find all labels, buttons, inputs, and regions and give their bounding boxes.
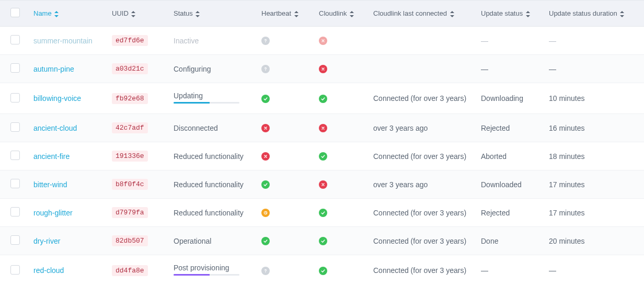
status-cell: Reduced functionality xyxy=(174,209,244,217)
update-status-cell: Aborted xyxy=(477,142,545,170)
status-text: Operational xyxy=(174,237,211,245)
update-status-cell: — xyxy=(477,255,545,286)
table-row: rough-glitterd7979faReduced functionalit… xyxy=(0,199,644,227)
check-icon xyxy=(319,209,327,217)
sort-icon xyxy=(450,11,454,17)
uuid-badge[interactable]: 42c7adf xyxy=(112,122,148,133)
header-heartbeat[interactable]: Heartbeat xyxy=(257,1,315,27)
heartbeat-cell xyxy=(257,142,315,170)
device-name-link[interactable]: ancient-fire xyxy=(33,152,70,161)
update-duration-cell: 17 minutes xyxy=(545,199,644,227)
last-connected-cell: Connected (for over 3 years) xyxy=(369,227,477,255)
status-text: Post provisioning xyxy=(174,264,239,272)
update-status-cell: — xyxy=(477,55,545,83)
x-icon xyxy=(319,65,327,73)
question-icon xyxy=(261,65,270,73)
header-status[interactable]: Status xyxy=(169,1,257,27)
row-checkbox[interactable] xyxy=(10,151,20,160)
uuid-badge[interactable]: a03d21c xyxy=(112,63,148,74)
header-cloudlink-last-label: Cloudlink last connected xyxy=(373,9,447,17)
cloudlink-cell xyxy=(315,55,369,83)
last-connected-cell xyxy=(369,27,477,55)
device-name-link[interactable]: dry-river xyxy=(33,237,60,245)
heartbeat-cell xyxy=(257,114,315,142)
cloudlink-cell xyxy=(315,83,369,114)
status-cell: Reduced functionality xyxy=(174,180,244,189)
heartbeat-cell xyxy=(257,83,315,114)
header-update-duration[interactable]: Update status duration xyxy=(545,1,644,27)
sort-icon xyxy=(620,11,624,17)
heartbeat-cell xyxy=(257,227,315,255)
header-status-label: Status xyxy=(174,9,193,17)
row-checkbox[interactable] xyxy=(10,122,20,132)
row-checkbox[interactable] xyxy=(10,265,20,275)
x-icon xyxy=(261,152,270,161)
x-icon xyxy=(319,124,327,132)
x-icon xyxy=(319,180,327,189)
uuid-badge[interactable]: 82db507 xyxy=(112,235,148,246)
device-name-link[interactable]: rough-glitter xyxy=(33,209,73,217)
header-update-status[interactable]: Update status xyxy=(477,1,545,27)
header-cloudlink[interactable]: Cloudlink xyxy=(315,1,369,27)
x-icon xyxy=(319,37,327,45)
row-checkbox[interactable] xyxy=(10,235,20,245)
uuid-badge[interactable]: 191336e xyxy=(112,151,148,162)
cloudlink-cell xyxy=(315,170,369,199)
row-checkbox[interactable] xyxy=(10,63,20,73)
devices-table: Name UUID Status Heartbeat Cloudlink Clo… xyxy=(0,0,644,285)
header-uuid[interactable]: UUID xyxy=(108,1,169,27)
check-icon xyxy=(319,152,327,161)
device-name-link[interactable]: billowing-voice xyxy=(33,94,81,102)
device-name-link[interactable]: red-cloud xyxy=(33,266,64,275)
heartbeat-cell xyxy=(257,55,315,83)
device-name-link[interactable]: ancient-cloud xyxy=(33,124,77,132)
heartbeat-cell xyxy=(257,255,315,286)
cloudlink-cell xyxy=(315,227,369,255)
select-all-checkbox[interactable] xyxy=(10,8,20,17)
uuid-badge[interactable]: d7979fa xyxy=(112,207,148,218)
header-update-status-label: Update status xyxy=(481,9,523,17)
status-text: Inactive xyxy=(174,37,199,45)
row-checkbox[interactable] xyxy=(10,207,20,216)
svg-point-0 xyxy=(265,42,266,42)
x-icon xyxy=(261,124,270,132)
header-name[interactable]: Name xyxy=(29,1,108,27)
check-icon xyxy=(319,95,327,103)
cloudlink-cell xyxy=(315,27,369,55)
header-checkbox-cell xyxy=(0,1,29,27)
check-icon xyxy=(319,237,327,245)
uuid-badge[interactable]: dd4fa8e xyxy=(112,265,148,276)
question-icon xyxy=(261,267,270,275)
header-update-duration-label: Update status duration xyxy=(549,9,617,17)
update-status-cell: Rejected xyxy=(477,114,545,142)
update-status-cell: Done xyxy=(477,227,545,255)
sort-icon xyxy=(350,11,354,17)
device-name-link[interactable]: bitter-wind xyxy=(33,180,67,189)
table-row: ancient-fire191336eReduced functionality… xyxy=(0,142,644,170)
last-connected-cell: Connected (for over 3 years) xyxy=(369,142,477,170)
row-checkbox[interactable] xyxy=(10,93,20,102)
status-cell: Post provisioning xyxy=(174,264,239,276)
row-checkbox[interactable] xyxy=(10,179,20,188)
uuid-badge[interactable]: ed7fd6e xyxy=(112,35,148,46)
last-connected-cell: Connected (for over 3 years) xyxy=(369,199,477,227)
status-cell: Configuring xyxy=(174,65,211,73)
header-heartbeat-label: Heartbeat xyxy=(261,9,291,17)
status-text: Reduced functionality xyxy=(174,180,244,189)
update-duration-cell: — xyxy=(545,255,644,286)
update-status-cell: Downloaded xyxy=(477,170,545,199)
device-name-link[interactable]: autumn-pine xyxy=(33,65,74,73)
header-name-label: Name xyxy=(33,9,52,17)
sort-icon xyxy=(196,11,200,17)
row-checkbox[interactable] xyxy=(10,35,20,44)
header-cloudlink-last[interactable]: Cloudlink last connected xyxy=(369,1,477,27)
device-name-link[interactable]: summer-mountain xyxy=(33,37,93,45)
status-progress-bar xyxy=(174,274,239,276)
status-text: Reduced functionality xyxy=(174,209,244,217)
heartbeat-cell xyxy=(257,27,315,55)
check-icon xyxy=(319,267,327,275)
sort-icon xyxy=(294,11,298,17)
uuid-badge[interactable]: fb92e68 xyxy=(112,93,148,104)
header-uuid-label: UUID xyxy=(112,9,129,17)
uuid-badge[interactable]: b8f0f4c xyxy=(112,179,148,190)
